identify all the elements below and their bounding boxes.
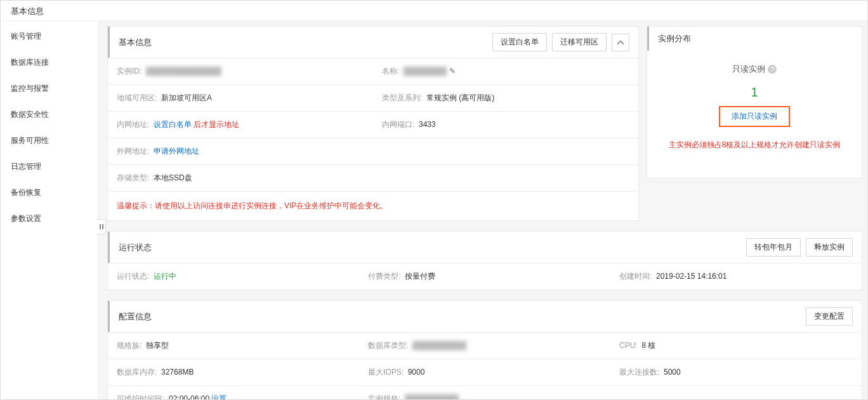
intranet-port-value: 3433	[419, 120, 436, 129]
storage-type-value: 本地SSD盘	[154, 173, 192, 182]
instance-distribution-panel: 实例分布 只读实例 ? 1 添加只读实例 主实例必须独占8核及以上规格才允许创建…	[647, 26, 862, 178]
memory-value: 32768MB	[161, 368, 194, 377]
name-value: ████████	[404, 67, 447, 76]
sidebar-item-backup-restore[interactable]: 备份恢复	[1, 180, 97, 206]
migrate-zone-button[interactable]: 迁移可用区	[552, 33, 607, 51]
max-conn-value: 5000	[664, 368, 681, 377]
storage-type-label: 存储类型:	[117, 173, 149, 182]
run-status-label: 运行状态:	[117, 272, 149, 281]
region-zone-label: 地域可用区:	[117, 93, 157, 102]
info-icon[interactable]: ?	[768, 65, 777, 74]
cpu-value: 8 核	[641, 341, 655, 350]
iops-label: 最大IOPS:	[368, 368, 404, 377]
edit-name-icon[interactable]: ✎	[449, 67, 456, 76]
db-type-label: 数据库类型:	[368, 341, 408, 350]
sidebar-item-monitor-alert[interactable]: 监控与报警	[1, 76, 97, 102]
billing-type-label: 付费类型:	[368, 272, 400, 281]
max-conn-label: 最大连接数:	[619, 368, 659, 377]
name-label: 名称:	[382, 67, 399, 76]
readonly-instance-count: 1	[656, 85, 853, 100]
readonly-instance-warning: 主实例必须独占8核及以上规格才允许创建只读实例	[656, 140, 853, 150]
config-info-panel: 配置信息 变更配置 规格族: 独享型 数据库类型: ██████████ CPU…	[107, 300, 862, 399]
inst-spec-value: ██████████	[405, 394, 459, 399]
collapse-panel-icon[interactable]	[612, 34, 629, 51]
sidebar: 账号管理 数据库连接 监控与报警 数据安全性 服务可用性 日志管理 备份恢复 参…	[1, 21, 97, 399]
memory-label: 数据库内存:	[117, 368, 157, 377]
set-whitelist-header-button[interactable]: 设置白名单	[492, 33, 547, 51]
maint-window-set-link[interactable]: 设置	[211, 394, 227, 399]
apply-internet-link[interactable]: 申请外网地址	[154, 147, 199, 156]
type-series-value: 常规实例 (高可用版)	[426, 93, 494, 102]
basic-info-title: 基本信息	[119, 37, 152, 48]
instance-distribution-title: 实例分布	[647, 27, 862, 51]
running-status-panel: 运行状态 转包年包月 释放实例 运行状态: 运行中 付费类型: 按量付费 创建时…	[107, 231, 862, 290]
sidebar-item-log-manage[interactable]: 日志管理	[1, 154, 97, 180]
billing-type-value: 按量付费	[405, 272, 435, 281]
readonly-instance-label: 只读实例	[732, 63, 765, 75]
basic-info-tip: 温馨提示：请使用以上访问连接串进行实例连接，VIP在业务维护中可能会变化。	[108, 191, 638, 220]
type-series-label: 类型及系列:	[382, 93, 422, 102]
cpu-label: CPU:	[619, 341, 638, 350]
region-zone-value: 新加坡可用区A	[161, 93, 212, 102]
db-type-value: ██████████	[412, 341, 466, 350]
intranet-addr-label: 内网地址:	[117, 120, 149, 129]
set-whitelist-link[interactable]: 设置白名单	[154, 120, 192, 129]
sidebar-collapse-icon[interactable]	[97, 219, 106, 234]
intranet-port-label: 内网端口:	[382, 120, 414, 129]
iops-value: 9000	[408, 368, 425, 377]
release-instance-button[interactable]: 释放实例	[806, 238, 853, 257]
sidebar-item-data-security[interactable]: 数据安全性	[1, 102, 97, 128]
inst-spec-label: 实例规格:	[368, 394, 400, 399]
convert-subscription-button[interactable]: 转包年包月	[746, 238, 801, 257]
basic-info-panel: 基本信息 设置白名单 迁移可用区 实例ID: ██████████████	[107, 26, 639, 221]
sidebar-item-db-connection[interactable]: 数据库连接	[1, 50, 97, 76]
instance-id-value: ██████████████	[146, 67, 221, 76]
created-time-value: 2019-02-15 14:16:01	[656, 272, 727, 281]
maint-window-value: 02:00-06:00	[169, 394, 209, 399]
running-status-title: 运行状态	[119, 242, 152, 253]
config-info-title: 配置信息	[119, 311, 152, 323]
after-show-text: 后才显示地址	[194, 120, 239, 129]
sidebar-item-service-availability[interactable]: 服务可用性	[1, 128, 97, 154]
sidebar-item-param-settings[interactable]: 参数设置	[1, 206, 97, 232]
spec-family-value: 独享型	[146, 341, 169, 350]
created-time-label: 创建时间:	[619, 272, 652, 281]
add-readonly-instance-button[interactable]: 添加只读实例	[719, 106, 790, 127]
run-status-value: 运行中	[154, 272, 176, 281]
change-config-button[interactable]: 变更配置	[806, 307, 853, 326]
instance-id-label: 实例ID:	[117, 67, 141, 76]
sidebar-item-account-manage[interactable]: 账号管理	[1, 23, 97, 50]
internet-addr-label: 外网地址:	[117, 147, 149, 156]
page-title: 基本信息	[1, 1, 867, 21]
maint-window-label: 可维护时间段:	[117, 394, 164, 399]
spec-family-label: 规格族:	[117, 341, 141, 350]
